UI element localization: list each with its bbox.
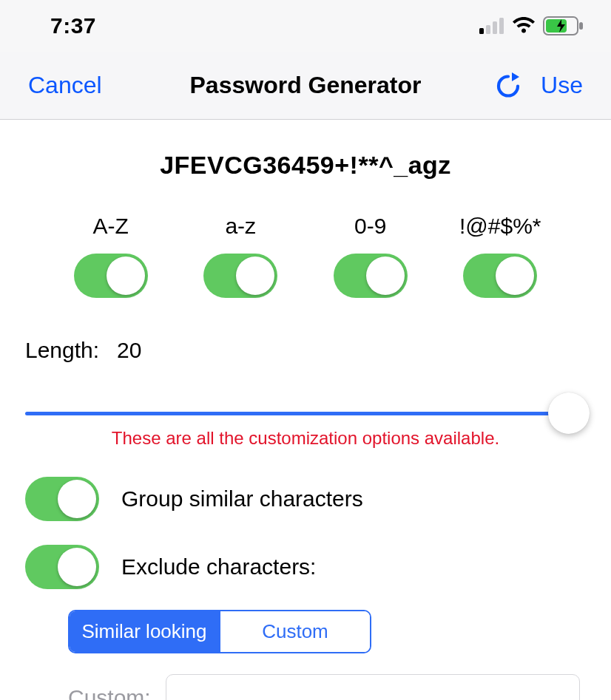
group-similar-label: Group similar characters xyxy=(121,486,363,512)
svg-rect-5 xyxy=(579,22,583,30)
svg-rect-2 xyxy=(493,21,497,34)
wifi-icon xyxy=(512,17,536,35)
charset-upper-toggle[interactable] xyxy=(74,254,148,298)
charset-digits-toggle[interactable] xyxy=(334,254,408,298)
content: JFEVCG36459+!**^_agz A-Z a-z 0-9 !@#$%* … xyxy=(0,120,611,700)
use-button[interactable]: Use xyxy=(541,72,583,99)
status-bar: 7:37 xyxy=(0,0,611,52)
segment-similar-looking[interactable]: Similar looking xyxy=(70,611,219,652)
exclude-mode-segmented[interactable]: Similar looking Custom xyxy=(68,610,371,653)
slider-thumb[interactable] xyxy=(548,393,590,434)
battery-icon xyxy=(543,16,584,35)
length-label: Length: xyxy=(25,338,99,363)
charset-row: A-Z a-z 0-9 !@#$%* xyxy=(25,214,586,298)
length-value: 20 xyxy=(117,338,141,363)
svg-rect-0 xyxy=(479,28,484,34)
exclude-chars-row: Exclude characters: xyxy=(25,533,586,601)
status-time: 7:37 xyxy=(50,13,96,38)
exclude-chars-toggle[interactable] xyxy=(25,545,99,589)
generated-password: JFEVCG36459+!**^_agz xyxy=(25,120,586,214)
exclude-chars-label: Exclude characters: xyxy=(121,554,316,580)
svg-rect-1 xyxy=(486,25,490,34)
svg-rect-3 xyxy=(499,18,504,34)
length-row: Length: 20 xyxy=(25,298,586,363)
charset-lower-toggle[interactable] xyxy=(203,254,277,298)
length-slider[interactable] xyxy=(25,393,586,434)
slider-track xyxy=(25,412,586,415)
group-similar-toggle[interactable] xyxy=(25,477,99,521)
charset-symbols: !@#$%* xyxy=(436,214,566,298)
nav-bar: Cancel Password Generator Use xyxy=(0,52,611,120)
charset-lower: a-z xyxy=(176,214,306,298)
custom-exclude-input[interactable] xyxy=(166,674,580,700)
charset-upper-label: A-Z xyxy=(93,214,129,239)
charset-digits-label: 0-9 xyxy=(354,214,386,239)
charset-digits: 0-9 xyxy=(306,214,436,298)
charset-upper: A-Z xyxy=(46,214,176,298)
custom-exclude-label: Custom: xyxy=(68,685,151,700)
charset-symbols-label: !@#$%* xyxy=(459,214,541,239)
segment-custom[interactable]: Custom xyxy=(219,611,370,652)
custom-exclude-row: Custom: xyxy=(68,674,586,700)
group-similar-row: Group similar characters xyxy=(25,465,586,533)
cellular-icon xyxy=(479,18,504,34)
charset-lower-label: a-z xyxy=(225,214,256,239)
refresh-button[interactable] xyxy=(495,71,521,101)
cancel-button[interactable]: Cancel xyxy=(28,72,102,99)
status-indicators xyxy=(479,16,584,35)
charset-symbols-toggle[interactable] xyxy=(463,254,537,298)
